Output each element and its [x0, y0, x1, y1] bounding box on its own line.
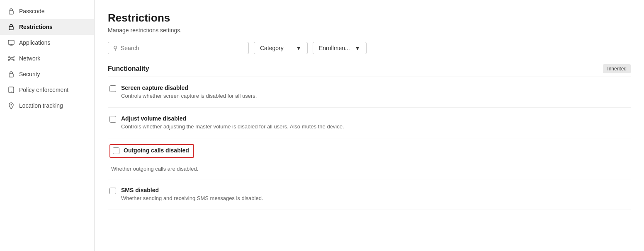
restriction-item-screen-capture: Screen capture disabled Controls whether…	[108, 77, 631, 108]
sidebar-item-label: Security	[19, 71, 40, 77]
adjust-volume-label: Adjust volume disabled	[121, 115, 629, 122]
sms-disabled-desc: Whether sending and receiving SMS messag…	[121, 195, 629, 202]
filters-row: ⚲ Category ▼ Enrollmen... ▼	[108, 42, 631, 54]
adjust-volume-checkbox[interactable]	[109, 116, 116, 123]
svg-rect-12	[9, 74, 13, 77]
svg-point-6	[8, 60, 10, 61]
svg-point-5	[13, 56, 15, 58]
chevron-down-icon: ▼	[296, 45, 301, 51]
enrollment-dropdown[interactable]: Enrollmen... ▼	[313, 42, 367, 54]
svg-rect-1	[9, 27, 13, 30]
svg-point-7	[13, 60, 15, 61]
main-content: Restrictions Manage restrictions setting…	[95, 0, 644, 251]
restriction-list: Screen capture disabled Controls whether…	[108, 77, 631, 210]
search-input-wrapper[interactable]: ⚲	[108, 42, 249, 54]
svg-line-11	[12, 59, 13, 60]
screen-capture-checkbox-wrapper[interactable]	[109, 84, 116, 93]
inherited-badge: Inherited	[603, 64, 631, 73]
sidebar-item-security[interactable]: Security	[0, 66, 94, 82]
restriction-item-sms-disabled: SMS disabled Whether sending and receivi…	[108, 179, 631, 210]
outgoing-calls-desc: Whether outgoing calls are disabled.	[111, 165, 629, 173]
sidebar-item-applications[interactable]: Applications	[0, 35, 94, 51]
sidebar-item-label: Network	[19, 55, 40, 62]
screen-capture-desc: Controls whether screen capture is disab…	[121, 92, 629, 100]
category-label: Category	[260, 45, 284, 51]
sms-disabled-checkbox-wrapper[interactable]	[109, 187, 116, 195]
chevron-down-icon: ▼	[355, 45, 360, 51]
search-icon: ⚲	[113, 45, 117, 51]
sms-disabled-label: SMS disabled	[121, 187, 629, 193]
device-icon	[7, 86, 15, 94]
svg-point-3	[10, 58, 12, 59]
pin-icon	[7, 102, 15, 109]
page-subtitle: Manage restrictions settings.	[108, 27, 631, 34]
svg-line-10	[9, 59, 10, 60]
sidebar-item-label: Restrictions	[19, 24, 53, 30]
sms-disabled-checkbox[interactable]	[109, 188, 116, 194]
svg-point-4	[8, 56, 10, 58]
restriction-item-outgoing-calls: Outgoing calls disabled Whether outgoing…	[108, 138, 631, 179]
monitor-icon	[7, 39, 15, 46]
outgoing-calls-label: Outgoing calls disabled	[124, 147, 189, 154]
svg-line-8	[9, 57, 10, 58]
screen-capture-checkbox[interactable]	[109, 85, 116, 92]
screen-capture-label: Screen capture disabled	[121, 84, 629, 91]
adjust-volume-desc: Controls whether adjusting the master vo…	[121, 123, 629, 130]
svg-line-9	[12, 57, 13, 58]
network-icon	[7, 55, 15, 62]
outgoing-calls-checkbox[interactable]	[113, 147, 119, 154]
outgoing-calls-checkbox-wrapper[interactable]	[113, 147, 119, 155]
enrollment-label: Enrollmen...	[319, 45, 350, 51]
lock-icon	[7, 7, 15, 15]
svg-point-14	[11, 92, 12, 92]
restriction-item-adjust-volume: Adjust volume disabled Controls whether …	[108, 108, 631, 138]
lock-small-icon	[7, 23, 15, 31]
page-title: Restrictions	[108, 12, 631, 24]
sidebar-item-network[interactable]: Network	[0, 51, 94, 66]
sidebar-item-label: Applications	[19, 39, 51, 46]
sidebar-item-label: Passcode	[19, 8, 44, 14]
section-title: Functionality	[108, 65, 149, 72]
svg-rect-0	[9, 11, 13, 14]
sidebar-item-location-tracking[interactable]: Location tracking	[0, 98, 94, 113]
sidebar-item-label: Policy enforcement	[19, 87, 68, 93]
sidebar-item-policy-enforcement[interactable]: Policy enforcement	[0, 82, 94, 98]
svg-point-15	[11, 104, 12, 105]
lock-shield-icon	[7, 70, 15, 78]
sidebar-item-passcode[interactable]: Passcode	[0, 3, 94, 19]
svg-rect-2	[8, 40, 14, 44]
adjust-volume-checkbox-wrapper[interactable]	[109, 115, 116, 124]
category-dropdown[interactable]: Category ▼	[254, 42, 308, 54]
section-header: Functionality Inherited	[108, 64, 631, 77]
sidebar: Passcode Restrictions Applications	[0, 0, 95, 251]
search-input[interactable]	[121, 45, 243, 51]
sidebar-item-restrictions[interactable]: Restrictions	[0, 19, 94, 35]
sidebar-item-label: Location tracking	[19, 102, 63, 109]
